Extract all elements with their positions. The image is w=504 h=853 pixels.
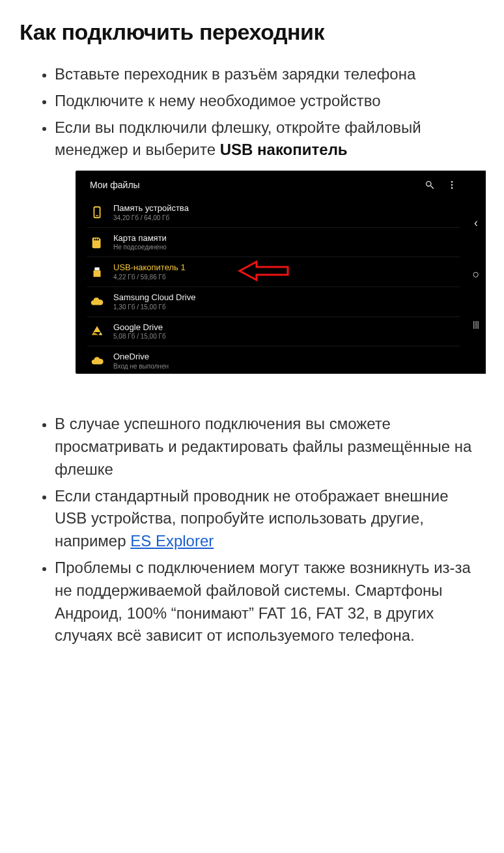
storage-row-title: Память устройства: [113, 203, 189, 214]
step-item: Вставьте переходник в разъём зарядки тел…: [55, 63, 484, 86]
cloud-icon: [90, 294, 104, 309]
storage-row-labels: Google Drive5,08 Гб / 15,00 Гб: [113, 322, 166, 341]
storage-row[interactable]: USB-накопитель 14,22 Гб / 59,86 Гб: [87, 257, 460, 287]
storage-row-sub: 1,30 Гб / 15,00 Гб: [113, 303, 195, 311]
gdrive-icon: [90, 324, 104, 339]
phone-mockup: Мои файлы Память устройства34,20 Гб / 64…: [76, 171, 486, 374]
nav-home-icon[interactable]: ○: [473, 268, 480, 281]
storage-row-labels: Карта памятиНе подсоединено: [113, 233, 167, 252]
storage-row-title: Samsung Cloud Drive: [113, 292, 195, 303]
step-item: Подключите к нему необходимое устройство: [55, 90, 484, 113]
storage-row[interactable]: Google Drive5,08 Гб / 15,00 Гб: [87, 316, 460, 346]
storage-row-labels: OneDriveВход не выполнен: [113, 352, 169, 371]
storage-row-title: Карта памяти: [113, 233, 167, 244]
sd-icon: [90, 235, 104, 249]
embedded-screenshot: Мои файлы Память устройства34,20 Гб / 64…: [76, 171, 486, 374]
nav-recent-icon[interactable]: |||: [473, 320, 479, 329]
storage-row-sub: Не подсоединено: [113, 244, 167, 251]
storage-row-title: Google Drive: [113, 322, 166, 333]
storage-row-title: USB-накопитель 1: [113, 262, 186, 273]
step-item: В случае успешного подключения вы сможет…: [55, 413, 484, 481]
svg-point-0: [451, 181, 453, 183]
article-title: Как подключить переходник: [20, 20, 484, 45]
phone-header: Мои файлы: [76, 180, 466, 195]
svg-rect-6: [96, 239, 97, 241]
svg-rect-9: [94, 270, 101, 277]
step-item: Если вы подключили флешку, откройте файл…: [55, 117, 484, 162]
storage-row-labels: Память устройства34,20 Гб / 64,00 Гб: [113, 203, 189, 222]
svg-point-2: [451, 188, 453, 189]
svg-rect-7: [98, 239, 99, 241]
annotation-arrow-icon: [237, 260, 289, 285]
step-item: Проблемы с подключением могут также возн…: [55, 557, 484, 647]
storage-row-labels: USB-накопитель 14,22 Гб / 59,86 Гб: [113, 262, 186, 281]
storage-row[interactable]: Память устройства34,20 Гб / 64,00 Гб: [87, 198, 460, 227]
phone-header-title: Мои файлы: [90, 180, 140, 190]
svg-point-1: [451, 184, 453, 186]
svg-rect-8: [94, 267, 99, 270]
storage-row-sub: 34,20 Гб / 64,00 Гб: [113, 214, 189, 222]
usb-icon: [90, 265, 104, 279]
more-icon[interactable]: [447, 180, 457, 190]
es-explorer-link[interactable]: ES Explorer: [130, 532, 214, 550]
storage-row[interactable]: Карта памятиНе подсоединено: [87, 227, 460, 257]
storage-list: Память устройства34,20 Гб / 64,00 ГбКарт…: [76, 195, 466, 376]
storage-row[interactable]: OneDriveВход не выполнен: [87, 346, 460, 376]
storage-row-sub: 4,22 Гб / 59,86 Гб: [113, 273, 186, 281]
step-item: Если стандартный проводник не отображает…: [55, 485, 484, 553]
onedrive-icon: [90, 354, 104, 368]
bold-text: USB накопитель: [220, 141, 348, 158]
steps-bottom-list: В случае успешного подключения вы сможет…: [20, 413, 484, 647]
steps-top-list: Вставьте переходник в разъём зарядки тел…: [20, 63, 484, 161]
system-navbar: ‹ ○ |||: [466, 171, 486, 374]
storage-row-sub: Вход не выполнен: [113, 363, 169, 371]
storage-row-sub: 5,08 Гб / 15,00 Гб: [113, 333, 166, 341]
svg-rect-4: [96, 216, 98, 216]
svg-rect-5: [94, 239, 95, 241]
storage-row[interactable]: Samsung Cloud Drive1,30 Гб / 15,00 Гб: [87, 287, 460, 316]
phone-icon: [90, 205, 104, 219]
storage-row-labels: Samsung Cloud Drive1,30 Гб / 15,00 Гб: [113, 292, 195, 311]
storage-row-title: OneDrive: [113, 352, 169, 362]
nav-back-icon[interactable]: ‹: [474, 216, 478, 230]
search-icon[interactable]: [425, 180, 435, 190]
